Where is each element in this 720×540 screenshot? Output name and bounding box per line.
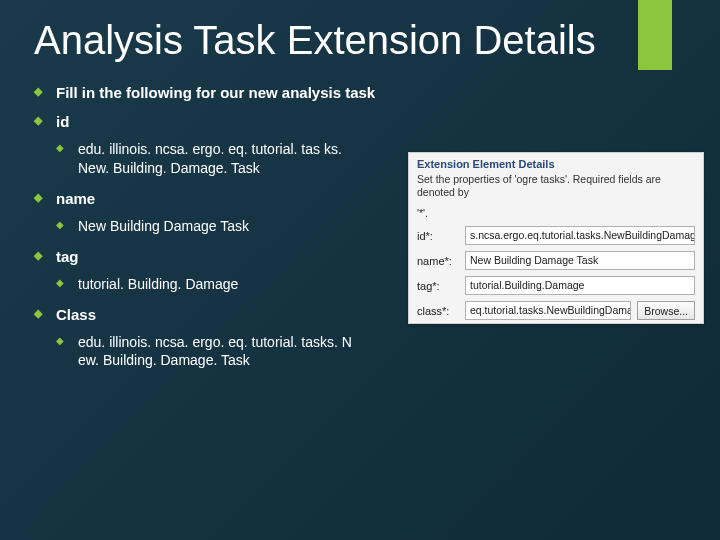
- bullet-tag-label: tag: [56, 248, 79, 265]
- bullet-class-value: edu. illinois. ncsa. ergo. eq. tutorial.…: [56, 333, 356, 371]
- bullet-class-label: Class: [56, 306, 96, 323]
- label-class: class*:: [417, 305, 459, 317]
- input-class[interactable]: eq.tutorial.tasks.NewBuildingDamageTask: [465, 301, 631, 320]
- bullet-id-value: edu. illinois. ncsa. ergo. eq. tutorial.…: [56, 140, 356, 178]
- label-id: id*:: [417, 230, 459, 242]
- panel-description: Set the properties of 'ogre tasks'. Requ…: [409, 173, 703, 207]
- row-tag: tag*: tutorial.Building.Damage: [409, 273, 703, 298]
- input-tag[interactable]: tutorial.Building.Damage: [465, 276, 695, 295]
- bullet-intro: Fill in the following for our new analys…: [34, 84, 686, 101]
- row-id: id*: s.ncsa.ergo.eq.tutorial.tasks.NewBu…: [409, 223, 703, 248]
- input-id[interactable]: s.ncsa.ergo.eq.tutorial.tasks.NewBuildin…: [465, 226, 695, 245]
- accent-bar: [638, 0, 672, 70]
- bullet-intro-text: Fill in the following for our new analys…: [56, 84, 375, 101]
- browse-button[interactable]: Browse...: [637, 301, 695, 320]
- label-name: name*:: [417, 255, 459, 267]
- row-name: name*: New Building Damage Task: [409, 248, 703, 273]
- page-title: Analysis Task Extension Details: [34, 18, 686, 62]
- bullet-name-value: New Building Damage Task: [56, 217, 356, 236]
- row-class: class*: eq.tutorial.tasks.NewBuildingDam…: [409, 298, 703, 323]
- bullet-name-label: name: [56, 190, 95, 207]
- bullet-tag-value: tutorial. Building. Damage: [56, 275, 356, 294]
- extension-panel: Extension Element Details Set the proper…: [408, 152, 704, 324]
- panel-header: Extension Element Details: [409, 153, 703, 173]
- input-name[interactable]: New Building Damage Task: [465, 251, 695, 270]
- bullet-id-label: id: [56, 113, 69, 130]
- label-tag: tag*:: [417, 280, 459, 292]
- panel-asterisk-note: '*'.: [409, 207, 703, 223]
